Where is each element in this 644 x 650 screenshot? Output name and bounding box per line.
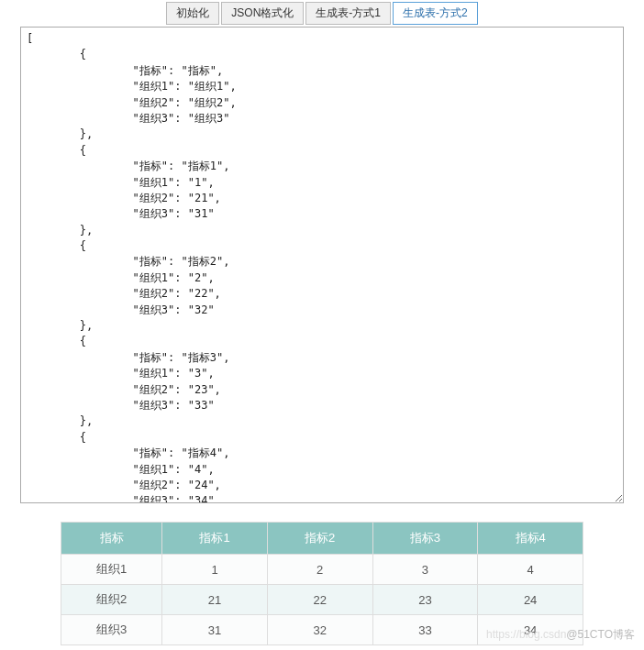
tab-init[interactable]: 初始化 — [166, 2, 219, 25]
result-table: 指标 指标1 指标2 指标3 指标4 组织1 1 2 3 4 组织2 21 22… — [61, 522, 583, 645]
table-cell: 21 — [162, 585, 268, 615]
table-cell: 22 — [267, 585, 372, 615]
table-cell: 组织1 — [61, 555, 162, 585]
tab-bar: 初始化 JSON格式化 生成表-方式1 生成表-方式2 — [2, 2, 642, 25]
table-cell: 23 — [372, 585, 478, 615]
tab-gen-table-1[interactable]: 生成表-方式1 — [305, 2, 391, 25]
json-textarea[interactable] — [20, 27, 624, 503]
table-row: 组织1 1 2 3 4 — [61, 555, 583, 585]
table-cell: 1 — [162, 555, 268, 585]
tab-json-format[interactable]: JSON格式化 — [221, 2, 304, 25]
table-cell: 2 — [267, 555, 372, 585]
table-row: 组织2 21 22 23 24 — [61, 585, 583, 615]
table-header-cell: 指标 — [61, 523, 162, 555]
table-header-row: 指标 指标1 指标2 指标3 指标4 — [61, 523, 583, 555]
table-cell: 组织2 — [61, 585, 162, 615]
table-header-cell: 指标4 — [478, 523, 583, 555]
table-cell: 组织3 — [61, 615, 162, 645]
table-header-cell: 指标2 — [267, 523, 372, 555]
table-cell: 33 — [372, 615, 478, 645]
table-cell: 31 — [162, 615, 268, 645]
table-cell: 24 — [478, 585, 583, 615]
table-header-cell: 指标3 — [372, 523, 478, 555]
table-cell: 34 — [478, 615, 583, 645]
table-header-cell: 指标1 — [162, 523, 268, 555]
table-cell: 4 — [478, 555, 583, 585]
table-row: 组织3 31 32 33 34 — [61, 615, 583, 645]
table-cell: 3 — [372, 555, 478, 585]
table-cell: 32 — [267, 615, 372, 645]
tab-gen-table-2[interactable]: 生成表-方式2 — [393, 2, 478, 25]
result-table-wrap: 指标 指标1 指标2 指标3 指标4 组织1 1 2 3 4 组织2 21 22… — [61, 522, 583, 645]
